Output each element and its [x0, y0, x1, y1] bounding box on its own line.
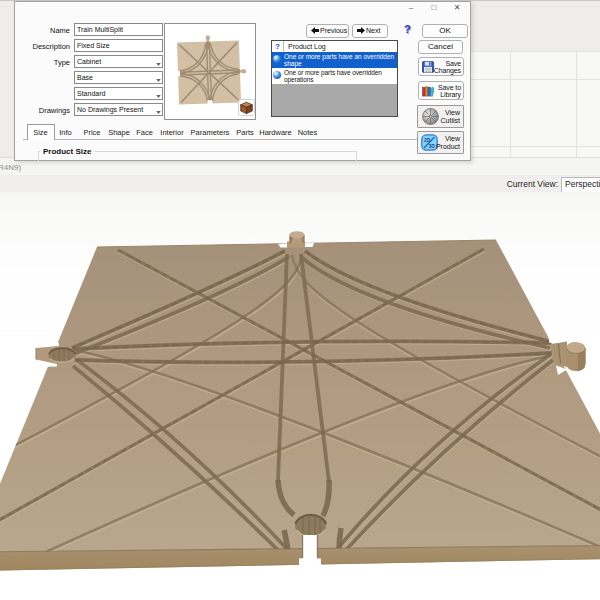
svg-text:2D: 2D	[424, 137, 431, 143]
svg-text:3D: 3D	[429, 143, 436, 149]
